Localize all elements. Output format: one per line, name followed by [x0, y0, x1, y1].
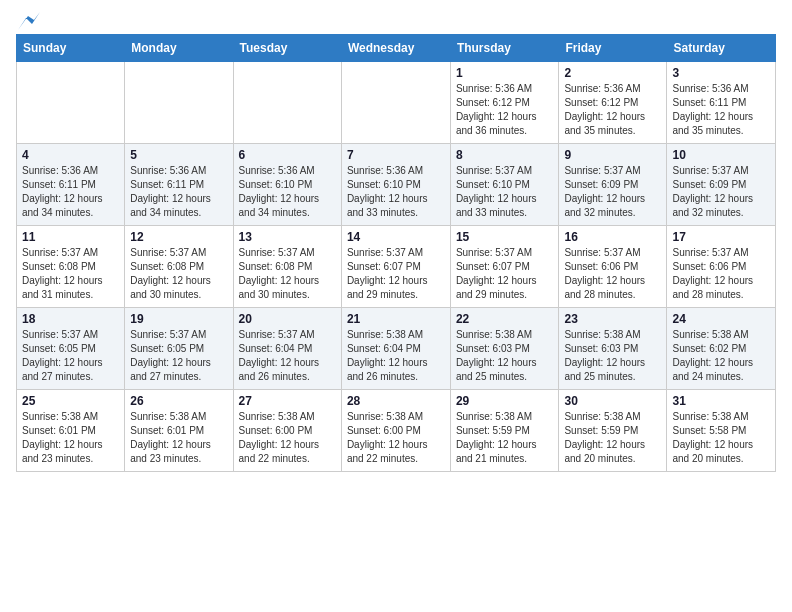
day-number: 20 — [239, 312, 336, 326]
day-number: 11 — [22, 230, 119, 244]
calendar-cell: 5Sunrise: 5:36 AM Sunset: 6:11 PM Daylig… — [125, 144, 233, 226]
day-info: Sunrise: 5:37 AM Sunset: 6:05 PM Dayligh… — [22, 328, 119, 384]
calendar-cell: 23Sunrise: 5:38 AM Sunset: 6:03 PM Dayli… — [559, 308, 667, 390]
page-header — [16, 16, 776, 24]
day-number: 26 — [130, 394, 227, 408]
week-row-2: 4Sunrise: 5:36 AM Sunset: 6:11 PM Daylig… — [17, 144, 776, 226]
day-info: Sunrise: 5:38 AM Sunset: 6:01 PM Dayligh… — [130, 410, 227, 466]
calendar-cell: 2Sunrise: 5:36 AM Sunset: 6:12 PM Daylig… — [559, 62, 667, 144]
day-info: Sunrise: 5:37 AM Sunset: 6:07 PM Dayligh… — [456, 246, 554, 302]
day-number: 1 — [456, 66, 554, 80]
day-info: Sunrise: 5:38 AM Sunset: 6:00 PM Dayligh… — [347, 410, 445, 466]
header-sunday: Sunday — [17, 35, 125, 62]
calendar-cell: 12Sunrise: 5:37 AM Sunset: 6:08 PM Dayli… — [125, 226, 233, 308]
calendar-cell: 19Sunrise: 5:37 AM Sunset: 6:05 PM Dayli… — [125, 308, 233, 390]
calendar-cell: 24Sunrise: 5:38 AM Sunset: 6:02 PM Dayli… — [667, 308, 776, 390]
calendar-cell: 6Sunrise: 5:36 AM Sunset: 6:10 PM Daylig… — [233, 144, 341, 226]
day-number: 15 — [456, 230, 554, 244]
header-saturday: Saturday — [667, 35, 776, 62]
calendar-cell: 25Sunrise: 5:38 AM Sunset: 6:01 PM Dayli… — [17, 390, 125, 472]
day-info: Sunrise: 5:37 AM Sunset: 6:05 PM Dayligh… — [130, 328, 227, 384]
logo — [16, 16, 40, 24]
day-info: Sunrise: 5:38 AM Sunset: 6:03 PM Dayligh… — [564, 328, 661, 384]
day-number: 9 — [564, 148, 661, 162]
calendar-cell: 29Sunrise: 5:38 AM Sunset: 5:59 PM Dayli… — [450, 390, 559, 472]
calendar-cell — [17, 62, 125, 144]
calendar-cell: 17Sunrise: 5:37 AM Sunset: 6:06 PM Dayli… — [667, 226, 776, 308]
header-monday: Monday — [125, 35, 233, 62]
calendar-cell: 7Sunrise: 5:36 AM Sunset: 6:10 PM Daylig… — [341, 144, 450, 226]
day-info: Sunrise: 5:37 AM Sunset: 6:04 PM Dayligh… — [239, 328, 336, 384]
day-number: 16 — [564, 230, 661, 244]
logo-bird-icon — [18, 12, 40, 30]
day-number: 14 — [347, 230, 445, 244]
day-info: Sunrise: 5:38 AM Sunset: 6:03 PM Dayligh… — [456, 328, 554, 384]
day-info: Sunrise: 5:37 AM Sunset: 6:10 PM Dayligh… — [456, 164, 554, 220]
calendar-cell: 28Sunrise: 5:38 AM Sunset: 6:00 PM Dayli… — [341, 390, 450, 472]
day-info: Sunrise: 5:38 AM Sunset: 5:59 PM Dayligh… — [564, 410, 661, 466]
day-info: Sunrise: 5:38 AM Sunset: 6:01 PM Dayligh… — [22, 410, 119, 466]
day-info: Sunrise: 5:38 AM Sunset: 5:58 PM Dayligh… — [672, 410, 770, 466]
calendar-cell: 13Sunrise: 5:37 AM Sunset: 6:08 PM Dayli… — [233, 226, 341, 308]
calendar-cell: 14Sunrise: 5:37 AM Sunset: 6:07 PM Dayli… — [341, 226, 450, 308]
day-info: Sunrise: 5:37 AM Sunset: 6:09 PM Dayligh… — [564, 164, 661, 220]
calendar-cell: 30Sunrise: 5:38 AM Sunset: 5:59 PM Dayli… — [559, 390, 667, 472]
day-number: 19 — [130, 312, 227, 326]
calendar-cell — [341, 62, 450, 144]
calendar-cell: 16Sunrise: 5:37 AM Sunset: 6:06 PM Dayli… — [559, 226, 667, 308]
day-info: Sunrise: 5:38 AM Sunset: 6:00 PM Dayligh… — [239, 410, 336, 466]
day-info: Sunrise: 5:38 AM Sunset: 6:02 PM Dayligh… — [672, 328, 770, 384]
week-row-5: 25Sunrise: 5:38 AM Sunset: 6:01 PM Dayli… — [17, 390, 776, 472]
day-number: 22 — [456, 312, 554, 326]
calendar-table: SundayMondayTuesdayWednesdayThursdayFrid… — [16, 34, 776, 472]
day-info: Sunrise: 5:37 AM Sunset: 6:06 PM Dayligh… — [564, 246, 661, 302]
calendar-cell — [233, 62, 341, 144]
calendar-cell: 8Sunrise: 5:37 AM Sunset: 6:10 PM Daylig… — [450, 144, 559, 226]
calendar-cell: 26Sunrise: 5:38 AM Sunset: 6:01 PM Dayli… — [125, 390, 233, 472]
day-number: 23 — [564, 312, 661, 326]
calendar-header-row: SundayMondayTuesdayWednesdayThursdayFrid… — [17, 35, 776, 62]
calendar-cell: 21Sunrise: 5:38 AM Sunset: 6:04 PM Dayli… — [341, 308, 450, 390]
day-number: 18 — [22, 312, 119, 326]
day-number: 2 — [564, 66, 661, 80]
calendar-cell: 27Sunrise: 5:38 AM Sunset: 6:00 PM Dayli… — [233, 390, 341, 472]
day-number: 17 — [672, 230, 770, 244]
day-number: 13 — [239, 230, 336, 244]
day-number: 24 — [672, 312, 770, 326]
week-row-1: 1Sunrise: 5:36 AM Sunset: 6:12 PM Daylig… — [17, 62, 776, 144]
day-info: Sunrise: 5:36 AM Sunset: 6:11 PM Dayligh… — [22, 164, 119, 220]
calendar-cell: 22Sunrise: 5:38 AM Sunset: 6:03 PM Dayli… — [450, 308, 559, 390]
day-number: 27 — [239, 394, 336, 408]
day-number: 8 — [456, 148, 554, 162]
day-info: Sunrise: 5:36 AM Sunset: 6:10 PM Dayligh… — [347, 164, 445, 220]
day-number: 29 — [456, 394, 554, 408]
svg-marker-0 — [18, 12, 40, 30]
day-number: 10 — [672, 148, 770, 162]
day-number: 31 — [672, 394, 770, 408]
day-info: Sunrise: 5:37 AM Sunset: 6:08 PM Dayligh… — [22, 246, 119, 302]
week-row-3: 11Sunrise: 5:37 AM Sunset: 6:08 PM Dayli… — [17, 226, 776, 308]
calendar-cell: 11Sunrise: 5:37 AM Sunset: 6:08 PM Dayli… — [17, 226, 125, 308]
calendar-cell: 10Sunrise: 5:37 AM Sunset: 6:09 PM Dayli… — [667, 144, 776, 226]
header-thursday: Thursday — [450, 35, 559, 62]
day-number: 21 — [347, 312, 445, 326]
calendar-cell: 3Sunrise: 5:36 AM Sunset: 6:11 PM Daylig… — [667, 62, 776, 144]
header-friday: Friday — [559, 35, 667, 62]
calendar-cell: 31Sunrise: 5:38 AM Sunset: 5:58 PM Dayli… — [667, 390, 776, 472]
calendar-cell: 9Sunrise: 5:37 AM Sunset: 6:09 PM Daylig… — [559, 144, 667, 226]
calendar-cell: 15Sunrise: 5:37 AM Sunset: 6:07 PM Dayli… — [450, 226, 559, 308]
header-tuesday: Tuesday — [233, 35, 341, 62]
header-wednesday: Wednesday — [341, 35, 450, 62]
day-number: 4 — [22, 148, 119, 162]
calendar-cell: 4Sunrise: 5:36 AM Sunset: 6:11 PM Daylig… — [17, 144, 125, 226]
day-info: Sunrise: 5:37 AM Sunset: 6:08 PM Dayligh… — [239, 246, 336, 302]
calendar-cell: 20Sunrise: 5:37 AM Sunset: 6:04 PM Dayli… — [233, 308, 341, 390]
day-info: Sunrise: 5:36 AM Sunset: 6:11 PM Dayligh… — [130, 164, 227, 220]
calendar-cell: 1Sunrise: 5:36 AM Sunset: 6:12 PM Daylig… — [450, 62, 559, 144]
day-info: Sunrise: 5:36 AM Sunset: 6:11 PM Dayligh… — [672, 82, 770, 138]
week-row-4: 18Sunrise: 5:37 AM Sunset: 6:05 PM Dayli… — [17, 308, 776, 390]
day-number: 25 — [22, 394, 119, 408]
day-info: Sunrise: 5:36 AM Sunset: 6:12 PM Dayligh… — [456, 82, 554, 138]
day-info: Sunrise: 5:36 AM Sunset: 6:10 PM Dayligh… — [239, 164, 336, 220]
day-number: 7 — [347, 148, 445, 162]
